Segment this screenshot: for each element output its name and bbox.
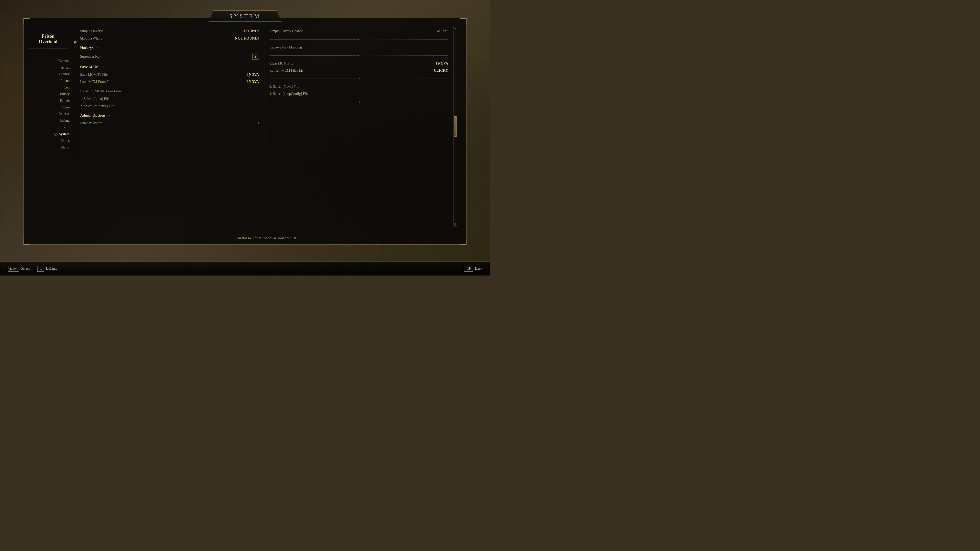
divider-line-1b [362, 39, 448, 40]
hotkeys-chain-icon: ⊸ [96, 46, 100, 50]
save-to-file-value: I NOVA [247, 73, 259, 77]
status-bar: Hit this to refresh the MCM .json files … [75, 232, 458, 245]
cursor-icon-load: I [247, 80, 248, 84]
title-bar: SYSTEM [208, 10, 282, 22]
scrollbar-thumb[interactable] [454, 116, 457, 137]
refresh-mcm-value-text: CLICKY [434, 68, 448, 73]
sidebar-item-cell[interactable]: Cell [24, 84, 75, 91]
save-mcm-header: Save MCM ⊸ [80, 65, 259, 69]
existing-json-label: Existing MCM Json Files [80, 89, 121, 94]
chain-icon-left: ⊸ [96, 46, 99, 50]
enter-label: Select [21, 267, 30, 271]
sidebar-item-system-wrapper[interactable]: ◎ System [24, 130, 75, 138]
sidebar-item-parade[interactable]: Parade [24, 97, 75, 104]
settings-icon: ◎ [54, 132, 57, 136]
sidebar-item-extras[interactable]: Extras [24, 138, 75, 144]
bottom-bar: Enter Select R Default Tab Back [0, 262, 490, 275]
clear-mcm-value: I NOVA [436, 62, 448, 65]
existing-json-header: Existing MCM Json Files ⊸ [80, 89, 259, 94]
sidebar-nav: General Arrest Bounty Prison Cell Pillor… [24, 58, 75, 151]
bottom-right-group: Tab Back [464, 266, 482, 272]
sidebar-item-pillory[interactable]: Pillory [24, 91, 75, 97]
load-from-file-value-text: NOVA [249, 80, 259, 84]
cursor-icon-clear: I [436, 62, 437, 65]
sidebar-item-cage[interactable]: Cage [24, 104, 75, 111]
hotkeys-header: Hotkeys ⊸ [80, 46, 259, 50]
enter-password-label: Enter Password [80, 121, 103, 125]
sidebar-item-prison[interactable]: Prison [24, 78, 75, 84]
skooma-whore-label: Skooma Whore [80, 37, 102, 41]
admin-options-header: Admin Options ⊸ [80, 113, 259, 118]
enter-button-group: Enter Select [8, 266, 30, 272]
divider-line-1 [269, 39, 356, 40]
save-mcm-chain-icon: ⊸ [101, 65, 105, 69]
slavery-chance-value: ∞ 66% [437, 29, 448, 33]
select-minerva-label: 2. Select [Minerva] File [80, 104, 115, 108]
load-from-file-row: Load MCM From File I NOVA [80, 78, 259, 86]
skooma-whore-row: Skooma Whore NOT FOUND! [80, 35, 259, 42]
scroll-down-icon[interactable]: ▼ [454, 223, 457, 225]
surrender-key-row: Surrender Key T [80, 52, 259, 61]
clear-mcm-row: Clear MCM File I NOVA [269, 60, 449, 67]
tab-label: Back [475, 267, 482, 271]
sidebar: Prison Overhaul ▶ General Arrest Bounty … [24, 24, 75, 245]
tab-key-display: Tab [464, 266, 473, 272]
select-xpop-label: 4. Select [xpopConfig] File [269, 92, 309, 96]
select-xpop-row[interactable]: 4. Select [xpopConfig] File [269, 90, 449, 97]
tab-button-group: Tab Back [464, 266, 482, 272]
left-panel: Simple Slavery: FOUND! Skooma Whore NOT … [75, 24, 264, 229]
sidebar-item-debug[interactable]: Debug [24, 118, 75, 124]
chain-divider-icon-1: ⊸ [357, 37, 360, 42]
simple-slavery-value: FOUND! [244, 29, 259, 33]
remove-key-mapping-label: Remove Key Mapping [269, 45, 302, 49]
select-luna-row[interactable]: 1. Select [Luna] File [80, 95, 259, 103]
chain-divider-icon-3: ⊸ [357, 76, 360, 81]
load-from-file-value: I NOVA [247, 80, 259, 84]
save-mcm-label: Save MCM [80, 65, 99, 69]
remove-key-mapping-row[interactable]: Remove Key Mapping [269, 44, 449, 51]
right-divider-1: ⊸ [269, 37, 449, 42]
sidebar-item-skills[interactable]: Skills [24, 124, 75, 130]
r-key-display: R [37, 266, 44, 272]
chain-divider-icon-4: ⊸ [357, 100, 360, 104]
chain-icon-save: ⊸ [101, 65, 104, 69]
sidebar-item-system[interactable]: System [59, 132, 70, 136]
admin-chain-icon: ⊸ [108, 114, 112, 118]
select-nova-label: 3. Select [Nova] File [269, 85, 299, 89]
scrollbar[interactable]: ▲ ▼ [453, 26, 457, 227]
enter-password-row: Enter Password I [80, 120, 259, 127]
status-text: Hit this to refresh the MCM .json files … [237, 236, 297, 240]
password-cursor: I [258, 121, 259, 125]
corner-tl [24, 18, 30, 24]
enter-key-display: Enter [8, 266, 19, 272]
select-nova-row[interactable]: 3. Select [Nova] File [269, 83, 449, 90]
refresh-mcm-label: Refresh MCM Files List [269, 68, 304, 73]
sidebar-item-status[interactable]: Status [24, 144, 75, 151]
save-to-file-row: Save MCM To File I NOVA [80, 71, 259, 78]
sidebar-item-release[interactable]: Release [24, 111, 75, 118]
clear-mcm-value-text: NOVA [438, 62, 448, 65]
sidebar-item-arrest[interactable]: Arrest [24, 64, 75, 71]
select-minerva-row[interactable]: 2. Select [Minerva] File [80, 103, 259, 110]
sidebar-item-general[interactable]: General [24, 58, 75, 64]
r-button-group: R Default [37, 266, 57, 272]
surrender-key-button[interactable]: T [252, 54, 259, 60]
cursor-icon-save: I [247, 73, 248, 77]
sidebar-mod-name[interactable]: Prison Overhaul [29, 31, 67, 48]
scroll-up-icon[interactable]: ▲ [454, 27, 457, 30]
existing-json-chain-icon: ⊸ [124, 89, 128, 93]
corner-tr [460, 18, 466, 24]
page-title: SYSTEM [229, 13, 261, 19]
sidebar-item-bounty[interactable]: Bounty [24, 71, 75, 78]
slavery-chance-label: Simple Slavery Chance. [269, 29, 304, 33]
slavery-chance-row: Simple Slavery Chance. ∞ 66% [269, 27, 449, 35]
cursor-icon-password: I [258, 121, 259, 125]
right-divider-2: ⊸ [269, 53, 449, 58]
right-divider-4: ⊸ [269, 100, 449, 104]
simple-slavery-row: Simple Slavery: FOUND! [80, 27, 259, 35]
admin-options-label: Admin Options [80, 113, 105, 118]
right-divider-3: ⊸ [269, 76, 449, 81]
sidebar-title-wrapper: Prison Overhaul ▶ [24, 29, 75, 55]
refresh-mcm-row[interactable]: Refresh MCM Files List CLICKY [269, 67, 449, 74]
content-area: Simple Slavery: FOUND! Skooma Whore NOT … [75, 24, 458, 229]
